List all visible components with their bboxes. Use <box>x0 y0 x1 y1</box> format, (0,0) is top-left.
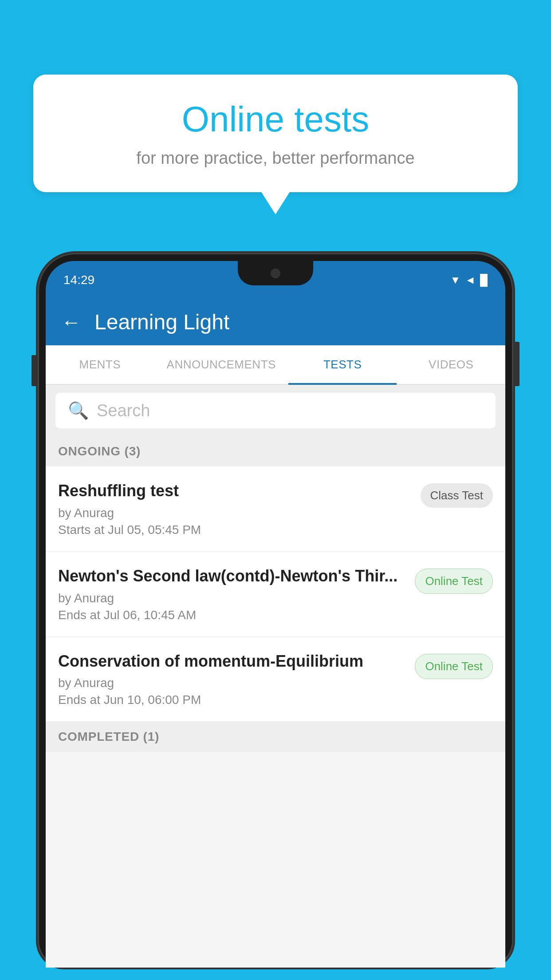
phone-volume-button <box>31 355 36 386</box>
test-item-content: Conservation of momentum-Equilibrium by … <box>58 651 415 707</box>
status-icons: ▼ ◄ █ <box>450 274 488 286</box>
test-name: Reshuffling test <box>58 481 412 502</box>
bubble-title: Online tests <box>60 99 491 140</box>
tab-ments[interactable]: MENTS <box>46 345 154 384</box>
completed-label: COMPLETED (1) <box>58 730 159 743</box>
status-time: 14:29 <box>63 273 94 287</box>
ongoing-section-header: ONGOING (3) <box>46 436 505 466</box>
test-date: Ends at Jun 10, 06:00 PM <box>58 693 406 707</box>
test-item-content: Reshuffling test by Anurag Starts at Jul… <box>58 481 421 537</box>
tab-videos[interactable]: VIDEOS <box>397 345 505 384</box>
test-date: Ends at Jul 06, 10:45 AM <box>58 608 406 622</box>
test-badge-class-test: Class Test <box>421 483 493 508</box>
tabs-bar: MENTS ANNOUNCEMENTS TESTS VIDEOS <box>46 345 505 385</box>
app-header: ← Learning Light <box>46 299 505 345</box>
test-date: Starts at Jul 05, 05:45 PM <box>58 523 412 537</box>
completed-section-header: COMPLETED (1) <box>46 722 505 752</box>
phone-frame: 14:29 ▼ ◄ █ ← Learning Light MENTS ANNOU… <box>38 253 513 980</box>
test-author: by Anurag <box>58 506 412 520</box>
search-bar[interactable]: 🔍 Search <box>55 393 496 428</box>
app-screen: ← Learning Light MENTS ANNOUNCEMENTS TES… <box>46 299 505 968</box>
test-author: by Anurag <box>58 676 406 690</box>
phone-power-button <box>515 342 520 386</box>
search-icon: 🔍 <box>68 401 89 420</box>
test-badge-online-test: Online Test <box>415 569 493 594</box>
back-button[interactable]: ← <box>61 311 81 334</box>
status-bar: 14:29 ▼ ◄ █ <box>46 261 505 299</box>
search-input[interactable]: Search <box>97 401 150 420</box>
test-author: by Anurag <box>58 591 406 605</box>
tab-announcements[interactable]: ANNOUNCEMENTS <box>154 345 288 384</box>
test-item[interactable]: Newton's Second law(contd)-Newton's Thir… <box>46 552 505 637</box>
phone-notch <box>238 261 313 285</box>
test-name: Newton's Second law(contd)-Newton's Thir… <box>58 566 406 587</box>
test-item[interactable]: Reshuffling test by Anurag Starts at Jul… <box>46 466 505 552</box>
ongoing-label: ONGOING (3) <box>58 444 141 458</box>
search-bar-wrapper: 🔍 Search <box>46 385 505 436</box>
app-title: Learning Light <box>94 310 229 334</box>
tab-tests[interactable]: TESTS <box>288 345 397 384</box>
test-name: Conservation of momentum-Equilibrium <box>58 651 406 672</box>
test-item[interactable]: Conservation of momentum-Equilibrium by … <box>46 637 505 722</box>
promo-bubble: Online tests for more practice, better p… <box>33 75 518 192</box>
signal-icon: ◄ <box>465 274 476 286</box>
test-badge-online-test-2: Online Test <box>415 654 493 679</box>
battery-icon: █ <box>480 274 488 286</box>
bubble-subtitle: for more practice, better performance <box>60 149 491 168</box>
wifi-icon: ▼ <box>450 274 460 286</box>
camera <box>271 269 280 278</box>
test-item-content: Newton's Second law(contd)-Newton's Thir… <box>58 566 415 622</box>
